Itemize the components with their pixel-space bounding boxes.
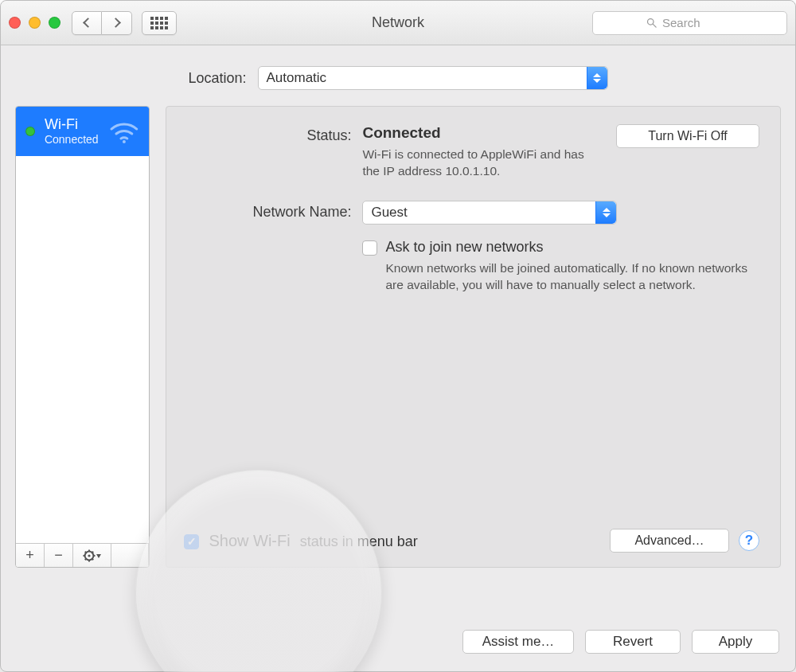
wifi-icon [108,119,140,143]
chevron-right-icon [111,18,121,28]
zoom-window[interactable] [49,17,60,29]
apply-label: Apply [719,634,753,650]
nav-back-forward [72,11,132,35]
show-all-preferences-button[interactable] [142,11,177,35]
network-name-label: Network Name: [187,201,362,221]
turn-wifi-off-label: Turn Wi-Fi Off [648,129,728,143]
gear-icon [83,549,102,562]
sidebar-footer-spacer [111,544,149,567]
advanced-label: Advanced… [634,533,704,548]
assist-me-label: Assist me… [482,634,555,650]
location-value: Automatic [267,70,327,86]
grid-icon [150,17,168,29]
svg-point-0 [648,19,654,25]
ask-to-join-row: Ask to join new networks Known networks … [362,239,759,294]
chevron-left-icon [83,18,93,28]
revert-label: Revert [613,634,653,650]
advanced-button[interactable]: Advanced… [610,529,729,553]
svg-point-2 [123,140,126,143]
apply-button[interactable]: Apply [692,630,779,654]
service-text: Wi-Fi Connected [45,117,99,146]
detail-panel: Turn Wi-Fi Off Status: Connected Wi-Fi i… [166,106,781,568]
show-in-menubar-label-b: status in menu bar [300,533,418,550]
ask-to-join-checkbox[interactable] [362,240,377,256]
popup-arrows-icon [595,201,616,224]
search-field[interactable] [592,11,787,35]
svg-line-12 [92,551,93,553]
service-actions-button[interactable] [73,544,111,567]
network-name-row: Network Name: Guest Ask to join new netw… [187,201,759,294]
svg-point-4 [88,554,90,557]
bottom-bar: Assist me… Revert Apply [1,617,795,671]
main-content: Wi-Fi Connected + − [1,106,795,617]
network-name-value: Guest [371,205,407,221]
svg-line-1 [653,24,656,27]
minimize-window[interactable] [29,17,41,29]
show-in-menubar-checkbox[interactable]: ✓ [184,534,199,549]
add-service-button[interactable]: + [16,544,45,567]
status-dot-icon [25,127,35,136]
close-window[interactable] [9,17,21,29]
search-icon [646,17,657,29]
remove-service-button[interactable]: − [45,544,73,567]
status-description: Wi-Fi is connected to AppleWiFi and has … [362,147,759,180]
svg-line-9 [84,551,86,553]
service-list[interactable]: Wi-Fi Connected [16,107,149,543]
service-name: Wi-Fi [45,117,99,133]
ask-to-join-description: Known networks will be joined automatica… [385,260,759,294]
location-label: Location: [188,70,246,87]
show-in-menubar-label-a: Show Wi-Fi [209,532,290,550]
back-button[interactable] [72,11,102,35]
ask-to-join-label: Ask to join new networks [385,239,759,256]
location-row: Location: Automatic [1,45,795,106]
plus-icon: + [25,547,34,564]
network-name-popup[interactable]: Guest [362,201,617,225]
window-controls [9,17,60,29]
minus-icon: − [54,547,63,564]
revert-button[interactable]: Revert [585,630,681,654]
assist-me-button[interactable]: Assist me… [462,630,574,654]
svg-line-10 [92,558,93,560]
show-in-menubar-row: ✓ Show Wi-Fi status in menu bar Advanced… [184,529,759,553]
location-popup[interactable]: Automatic [258,66,608,90]
turn-wifi-off-button[interactable]: Turn Wi-Fi Off [616,124,759,148]
popup-arrows-icon [587,67,607,89]
network-preferences-window: Network Location: Automatic [0,0,796,672]
sidebar-footer: + − [16,543,149,567]
check-icon: ✓ [187,535,197,548]
help-button[interactable]: ? [739,530,759,551]
svg-line-11 [84,558,86,560]
search-input[interactable] [662,16,734,29]
service-status: Connected [45,133,99,146]
forward-button[interactable] [102,11,132,35]
service-wifi[interactable]: Wi-Fi Connected [16,107,149,156]
titlebar: Network [1,1,795,45]
services-sidebar: Wi-Fi Connected + − [15,106,150,568]
help-icon: ? [745,533,753,549]
status-label: Status: [187,124,362,144]
